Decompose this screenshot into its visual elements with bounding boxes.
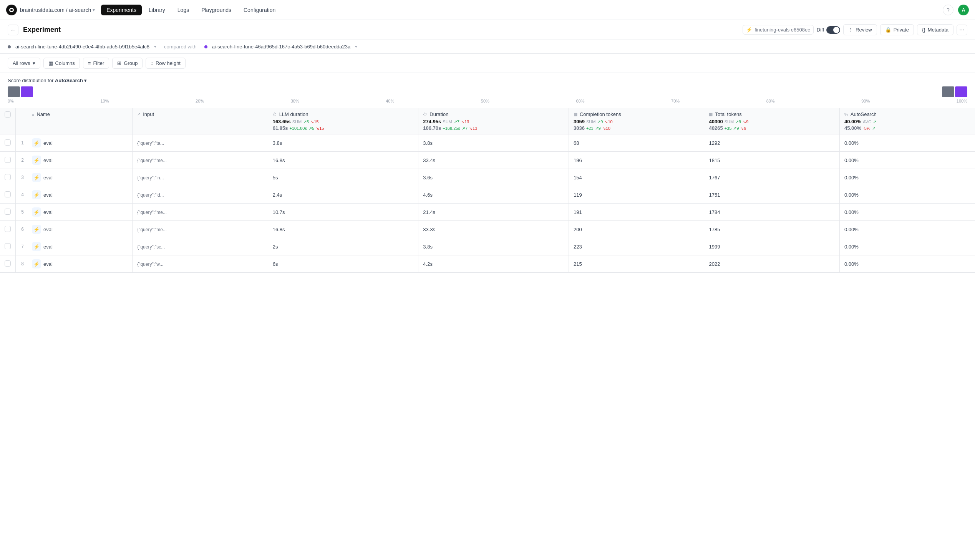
columns-button[interactable]: ▦ Columns: [43, 58, 80, 69]
score-bar-purple-right: [955, 87, 967, 97]
score-distribution: Score distribution for AutoSearch ▾ 0% 1…: [0, 73, 975, 108]
score-bar: [8, 87, 967, 97]
help-button[interactable]: ?: [943, 5, 953, 15]
table-row: 6 ⚡ eval {"query":"me... 16.8s 33.3s 200…: [0, 221, 975, 238]
duration-cell: 3.8s: [418, 135, 569, 152]
row-checkbox-cell: [0, 255, 16, 273]
th-completion-tokens: ▦ Completion tokens 3059 SUM ↗9 ↘10 3036…: [568, 108, 704, 135]
input-cell[interactable]: {"query":"me...: [133, 221, 268, 238]
row-checkbox[interactable]: [5, 140, 11, 145]
review-button[interactable]: ⋮ Review: [843, 24, 877, 35]
row-checkbox-cell: [0, 238, 16, 255]
autosearch-cell: 0.00%: [839, 186, 975, 203]
nav-playgrounds[interactable]: Playgrounds: [196, 5, 237, 15]
sub-header-right: ⚡ finetuning-evals e6508ec Diff ⋮ Review…: [743, 24, 967, 35]
logo: [6, 5, 17, 15]
input-cell[interactable]: {"query":"in...: [133, 169, 268, 186]
diff-toggle[interactable]: Diff: [817, 26, 840, 34]
row-checkbox[interactable]: [5, 191, 11, 197]
input-cell[interactable]: {"query":"sc...: [133, 238, 268, 255]
nav-library[interactable]: Library: [143, 5, 170, 15]
avatar[interactable]: A: [958, 5, 969, 15]
input-cell[interactable]: {"query":"ta...: [133, 135, 268, 152]
table-row: 8 ⚡ eval {"query":"w... 6s 4.2s 215 2022…: [0, 255, 975, 273]
select-all-checkbox[interactable]: [5, 112, 11, 118]
llm-duration-cell: 2.4s: [268, 186, 418, 203]
score-bar-gray-right: [942, 87, 954, 97]
private-button[interactable]: 🔒 Private: [880, 24, 914, 35]
table-row: 3 ⚡ eval {"query":"in... 5s 3.6s 154 176…: [0, 169, 975, 186]
nav-links: Experiments Library Logs Playgrounds Con…: [101, 5, 940, 15]
th-rownum: [16, 108, 27, 135]
dropdown-icon: ▾: [33, 60, 35, 66]
eval-icon: ⚡: [32, 173, 41, 182]
help-icon: ?: [947, 7, 950, 13]
llm-duration-cell: 6s: [268, 255, 418, 273]
th-llm-duration: ⏱ LLM duration 163.65s SUM ↗5 ↘15 61.85s…: [268, 108, 418, 135]
score-ticks: 0% 10% 20% 30% 40% 50% 60% 70% 80% 90% 1…: [8, 99, 967, 103]
input-cell[interactable]: {"query":"w...: [133, 255, 268, 273]
row-checkbox[interactable]: [5, 208, 11, 215]
row-number: 8: [16, 255, 27, 273]
nav-configuration[interactable]: Configuration: [238, 5, 281, 15]
autosearch-cell: 0.00%: [839, 238, 975, 255]
input-cell[interactable]: {"query":"id...: [133, 186, 268, 203]
input-cell[interactable]: {"query":"me...: [133, 152, 268, 169]
row-checkbox-cell: [0, 186, 16, 203]
finetuning-icon: ⚡: [746, 27, 752, 33]
autosearch-cell: 0.00%: [839, 135, 975, 152]
review-icon: ⋮: [848, 27, 853, 33]
row-checkbox-cell: [0, 221, 16, 238]
llm-duration-cell: 3.8s: [268, 135, 418, 152]
eval-icon: ⚡: [32, 190, 41, 199]
name-cell[interactable]: ⚡ eval: [27, 186, 133, 203]
row-number: 5: [16, 203, 27, 221]
row-name: eval: [43, 227, 53, 232]
name-cell[interactable]: ⚡ eval: [27, 238, 133, 255]
row-checkbox-cell: [0, 203, 16, 221]
autosearch-cell: 0.00%: [839, 152, 975, 169]
diff-toggle-switch[interactable]: [826, 26, 840, 34]
total-tokens-cell: 1784: [704, 203, 840, 221]
total-tokens-cell: 1292: [704, 135, 840, 152]
input-cell[interactable]: {"query":"me...: [133, 203, 268, 221]
row-checkbox[interactable]: [5, 157, 11, 163]
name-cell[interactable]: ⚡ eval: [27, 203, 133, 221]
lock-icon: 🔒: [885, 27, 891, 33]
experiment1-name[interactable]: ai-search-fine-tune-4db2b490-e0e4-4fbb-a…: [15, 44, 150, 50]
metadata-button[interactable]: {} Metadata: [917, 24, 953, 35]
filter-button[interactable]: ≡ Filter: [83, 58, 109, 69]
score-dropdown-icon[interactable]: ▾: [84, 78, 87, 83]
row-name: eval: [43, 261, 53, 267]
group-button[interactable]: ⊞ Group: [112, 58, 143, 69]
name-cell[interactable]: ⚡ eval: [27, 221, 133, 238]
row-number: 6: [16, 221, 27, 238]
row-name: eval: [43, 157, 53, 163]
name-cell[interactable]: ⚡ eval: [27, 255, 133, 273]
more-options-button[interactable]: ⋯: [957, 25, 967, 35]
name-cell[interactable]: ⚡ eval: [27, 135, 133, 152]
nav-experiments[interactable]: Experiments: [101, 5, 142, 15]
duration-cell: 33.3s: [418, 221, 569, 238]
nav-logs[interactable]: Logs: [172, 5, 194, 15]
row-height-button[interactable]: ↕ Row height: [146, 58, 185, 69]
row-checkbox[interactable]: [5, 260, 11, 267]
total-tokens-cell: 1767: [704, 169, 840, 186]
name-cell[interactable]: ⚡ eval: [27, 152, 133, 169]
row-checkbox[interactable]: [5, 226, 11, 232]
total-tokens-cell: 1751: [704, 186, 840, 203]
input-value: {"query":"in...: [137, 175, 163, 180]
back-button[interactable]: ←: [8, 25, 18, 35]
row-checkbox[interactable]: [5, 243, 11, 249]
th-name: ≡ Name: [27, 108, 133, 135]
autosearch-cell: 0.00%: [839, 255, 975, 273]
llm-duration-cell: 2s: [268, 238, 418, 255]
row-checkbox[interactable]: [5, 174, 11, 180]
completion-cell: 223: [568, 238, 704, 255]
name-cell[interactable]: ⚡ eval: [27, 169, 133, 186]
breadcrumb[interactable]: braintrustdata.com / ai-search ▾: [20, 7, 95, 13]
all-rows-button[interactable]: All rows ▾: [8, 58, 40, 69]
experiment2-name[interactable]: ai-search-fine-tune-46ad965d-167c-4a53-b…: [212, 44, 351, 50]
score-label: Score distribution for AutoSearch ▾: [8, 78, 967, 83]
completion-cell: 215: [568, 255, 704, 273]
